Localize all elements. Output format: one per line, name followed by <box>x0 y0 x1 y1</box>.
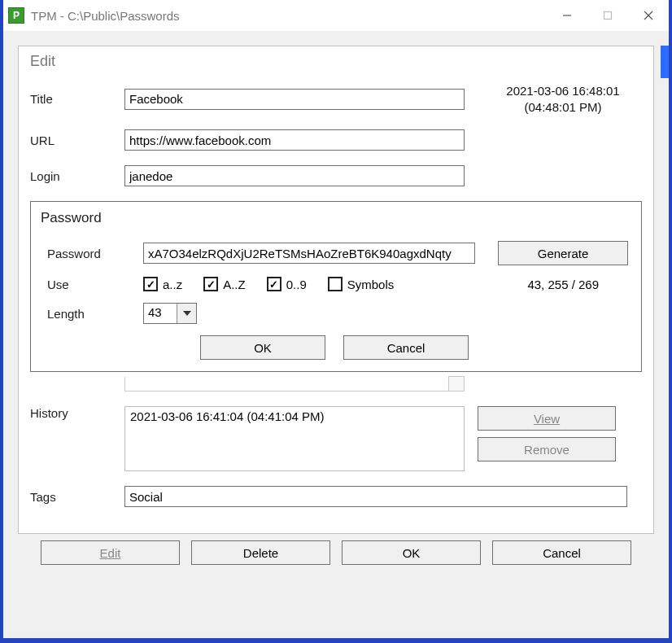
timestamp-line1: 2021-03-06 16:48:01 <box>484 83 642 99</box>
maximize-icon <box>603 11 613 20</box>
cancel-button[interactable]: Cancel <box>492 540 631 565</box>
minimize-icon <box>562 11 572 20</box>
checkbox-icon <box>143 277 158 291</box>
history-entry[interactable]: 2021-03-06 16:41:04 (04:41:04 PM) <box>130 409 459 423</box>
url-row: URL <box>30 129 642 151</box>
history-row: History 2021-03-06 16:41:04 (04:41:04 PM… <box>30 406 642 471</box>
checkbox-az[interactable]: a..z <box>143 277 182 291</box>
view-button[interactable]: View <box>478 406 616 431</box>
password-row: Password Generate <box>41 241 628 265</box>
checkbox-az-label: a..z <box>163 278 182 291</box>
chevron-down-icon <box>177 304 196 323</box>
titlebar: P TPM - C:\Public\Passwords <box>3 0 669 31</box>
history-list[interactable]: 2021-03-06 16:41:04 (04:41:04 PM) <box>124 406 465 471</box>
tags-label: Tags <box>30 490 124 504</box>
maximize-button[interactable] <box>587 0 628 31</box>
history-buttons: View Remove <box>478 406 616 461</box>
checkbox-symbols[interactable]: Symbols <box>328 277 395 291</box>
password-stats: 43, 255 / 269 <box>527 278 628 291</box>
remove-button[interactable]: Remove <box>478 437 616 461</box>
close-button[interactable] <box>628 0 669 31</box>
minimize-button[interactable] <box>547 0 587 31</box>
edit-button[interactable]: Edit <box>41 540 180 565</box>
password-group-title: Password <box>41 210 628 226</box>
checkbox-digits[interactable]: 0..9 <box>267 277 307 291</box>
length-row: Length 43 <box>41 303 628 324</box>
length-label: Length <box>41 307 143 321</box>
password-input[interactable] <box>143 243 475 264</box>
login-input[interactable] <box>124 165 465 186</box>
length-select[interactable]: 43 <box>143 303 197 324</box>
ok-button[interactable]: OK <box>342 540 481 565</box>
close-icon <box>644 11 653 20</box>
title-label: Title <box>30 92 124 106</box>
checkbox-digits-label: 0..9 <box>286 278 307 291</box>
login-row: Login <box>30 165 642 186</box>
url-input[interactable] <box>124 129 465 151</box>
scrollbar-thumb[interactable] <box>661 46 669 78</box>
generate-button[interactable]: Generate <box>498 241 628 265</box>
use-row: Use a..z A..Z 0..9 Symb <box>41 277 628 291</box>
history-label: History <box>30 406 124 420</box>
url-label: URL <box>30 133 124 147</box>
collapsed-field-button[interactable] <box>448 376 465 391</box>
window-title: TPM - C:\Public\Passwords <box>31 9 180 23</box>
password-group: Password Password Generate Use a..z A..Z <box>30 201 642 372</box>
length-value: 43 <box>144 304 177 323</box>
content-area: Edit Title 2021-03-06 16:48:01 (04:48:01… <box>3 31 669 638</box>
password-label: Password <box>41 247 143 260</box>
edit-panel: Edit Title 2021-03-06 16:48:01 (04:48:01… <box>18 46 654 534</box>
svg-rect-1 <box>604 12 612 20</box>
panel-heading: Edit <box>30 53 642 70</box>
checkbox-symbols-label: Symbols <box>347 278 395 291</box>
checkbox-icon <box>328 277 343 291</box>
checkbox-icon <box>267 277 281 291</box>
title-row: Title 2021-03-06 16:48:01 (04:48:01 PM) <box>30 83 642 115</box>
title-input[interactable] <box>124 89 465 110</box>
tags-row: Tags <box>30 486 642 507</box>
app-window: P TPM - C:\Public\Passwords Edit Title 2… <box>3 0 669 638</box>
checkbox-icon <box>203 277 218 291</box>
checkbox-AZ[interactable]: A..Z <box>203 277 246 291</box>
timestamp-line2: (04:48:01 PM) <box>484 99 642 116</box>
collapsed-field <box>124 377 465 391</box>
use-label: Use <box>41 278 143 291</box>
password-cancel-button[interactable]: Cancel <box>343 335 469 360</box>
checkbox-AZ-label: A..Z <box>223 278 246 291</box>
tags-input[interactable] <box>124 486 627 507</box>
delete-button[interactable]: Delete <box>191 540 330 565</box>
password-actions: OK Cancel <box>41 335 628 360</box>
login-label: Login <box>30 169 124 183</box>
bottom-bar: Edit Delete OK Cancel <box>18 534 654 580</box>
password-ok-button[interactable]: OK <box>200 335 325 360</box>
timestamp: 2021-03-06 16:48:01 (04:48:01 PM) <box>484 83 642 115</box>
app-icon: P <box>8 7 24 24</box>
